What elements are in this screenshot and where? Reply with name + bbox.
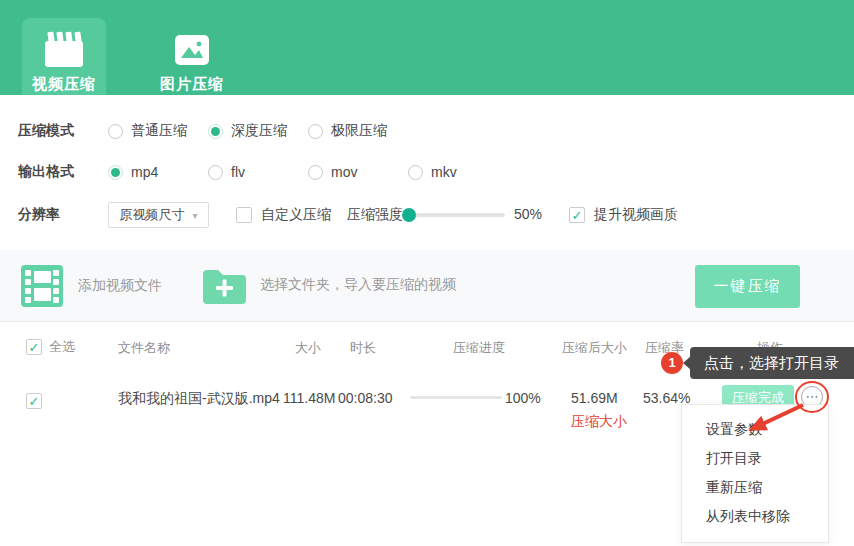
radio-extreme-compression[interactable]: 极限压缩: [308, 118, 387, 144]
radio-mp4[interactable]: mp4: [108, 159, 158, 185]
checkbox-check-icon: ✓: [569, 207, 585, 223]
menu-item-set-params[interactable]: 设置参数: [682, 415, 828, 444]
tooltip-arrow: [683, 356, 691, 370]
select-all-checkbox[interactable]: ✓ 全选: [26, 334, 75, 360]
progress-bar: [410, 396, 502, 399]
action-bar: 添加视频文件 选择文件夹，导入要压缩的视频 一键压缩: [0, 250, 854, 322]
file-duration: 00:08:30: [338, 390, 393, 406]
radio-mkv[interactable]: mkv: [408, 159, 457, 185]
radio-icon: [408, 165, 423, 180]
radio-flv-label: flv: [231, 164, 245, 180]
file-size: 111.48M: [283, 390, 335, 406]
compressed-size-note: 压缩大小: [571, 413, 627, 431]
tab-video-label: 视频压缩: [22, 75, 106, 94]
checkbox-icon: [236, 207, 252, 223]
radio-normal-label: 普通压缩: [131, 122, 187, 140]
resolution-dropdown-value: 原视频尺寸: [119, 206, 184, 224]
slider-thumb[interactable]: [402, 208, 416, 222]
menu-item-recompress[interactable]: 重新压缩: [682, 473, 828, 502]
enhance-quality-label: 提升视频画质: [594, 206, 678, 224]
radio-flv[interactable]: flv: [208, 159, 245, 185]
tooltip: 点击，选择打开目录: [690, 347, 854, 379]
radio-icon: [208, 165, 223, 180]
progress-value: 100%: [505, 390, 541, 406]
resolution-label: 分辨率: [18, 206, 60, 224]
radio-icon: [308, 124, 323, 139]
tab-video-compression[interactable]: 视频压缩: [22, 18, 106, 95]
checkbox-check-icon: ✓: [26, 339, 42, 355]
column-header-compressed-size: 压缩后大小: [562, 339, 627, 357]
menu-item-remove-from-list[interactable]: 从列表中移除: [682, 502, 828, 531]
radio-icon: [308, 165, 323, 180]
tab-image-compression[interactable]: 图片压缩: [150, 18, 234, 95]
radio-mp4-label: mp4: [131, 164, 158, 180]
radio-icon: [208, 124, 223, 139]
video-compression-icon: [42, 31, 86, 69]
compression-strength-value: 50%: [514, 206, 542, 222]
compression-mode-row: 压缩模式 普通压缩 深度压缩 极限压缩: [0, 118, 854, 144]
chevron-down-icon: ▾: [192, 210, 197, 221]
custom-compression-label: 自定义压缩: [261, 206, 331, 224]
select-folder-button[interactable]: 选择文件夹，导入要压缩的视频: [200, 264, 456, 306]
radio-mov-label: mov: [331, 164, 357, 180]
column-header-duration: 时长: [350, 339, 376, 357]
menu-item-open-directory[interactable]: 打开目录: [682, 444, 828, 473]
add-video-button[interactable]: 添加视频文件: [20, 264, 162, 308]
step-badge: 1: [661, 352, 683, 374]
output-format-label: 输出格式: [18, 163, 74, 181]
radio-deep-label: 深度压缩: [231, 122, 287, 140]
file-name: 我和我的祖国-武汉版.mp4: [118, 390, 280, 408]
tooltip-text: 点击，选择打开目录: [704, 354, 839, 371]
custom-compression-checkbox[interactable]: 自定义压缩: [236, 202, 331, 228]
compressed-size: 51.69M: [571, 390, 618, 406]
checkbox-check-icon: ✓: [26, 393, 42, 409]
add-video-label: 添加视频文件: [78, 277, 162, 295]
radio-deep-compression[interactable]: 深度压缩: [208, 118, 287, 144]
radio-extreme-label: 极限压缩: [331, 122, 387, 140]
context-menu: 设置参数 打开目录 重新压缩 从列表中移除: [681, 404, 829, 543]
radio-mov[interactable]: mov: [308, 159, 357, 185]
radio-icon: [108, 124, 123, 139]
folder-plus-icon: [200, 264, 248, 306]
film-strip-icon: [20, 264, 64, 308]
one-click-compress-button[interactable]: 一键压缩: [695, 265, 800, 308]
radio-normal-compression[interactable]: 普通压缩: [108, 118, 187, 144]
resolution-dropdown[interactable]: 原视频尺寸 ▾: [108, 202, 209, 228]
column-header-filename: 文件名称: [118, 339, 170, 357]
resolution-row: 分辨率 原视频尺寸 ▾ 自定义压缩 压缩强度 50% ✓ 提升视频画质: [0, 202, 854, 228]
compression-mode-label: 压缩模式: [18, 122, 74, 140]
select-folder-label: 选择文件夹，导入要压缩的视频: [260, 276, 456, 294]
app-window: 视频压缩 图片压缩 压缩模式 普通压缩 深度压缩 极限压缩 输出格式: [0, 0, 854, 546]
radio-mkv-label: mkv: [431, 164, 457, 180]
image-compression-icon: [175, 35, 209, 65]
compression-strength-slider[interactable]: [409, 213, 505, 217]
output-format-row: 输出格式 mp4 flv mov mkv: [0, 159, 854, 185]
row-checkbox[interactable]: ✓: [26, 388, 42, 414]
header: 视频压缩 图片压缩: [0, 0, 854, 95]
compression-strength-label: 压缩强度: [347, 206, 403, 224]
tab-image-label: 图片压缩: [150, 75, 234, 94]
enhance-quality-checkbox[interactable]: ✓ 提升视频画质: [569, 202, 678, 228]
radio-icon: [108, 165, 123, 180]
column-header-size: 大小: [295, 339, 321, 357]
select-all-label: 全选: [49, 338, 75, 356]
column-header-progress: 压缩进度: [453, 339, 505, 357]
